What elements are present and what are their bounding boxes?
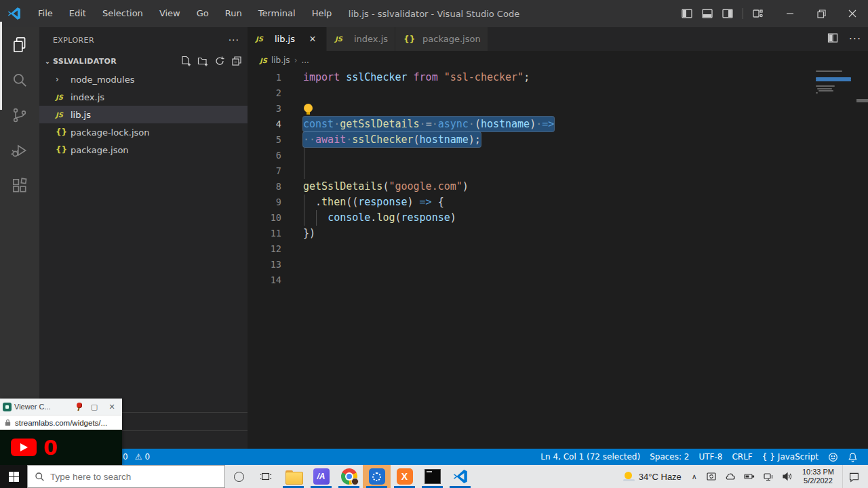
file-row-lib-js[interactable]: JSlib.js <box>39 106 248 123</box>
overlay-url[interactable]: streamlabs.com/widgets/... <box>15 419 107 427</box>
new-folder-icon[interactable] <box>197 56 208 66</box>
lightbulb-icon[interactable] <box>304 104 313 113</box>
tab-package-json[interactable]: {}package.json <box>395 27 488 51</box>
start-button[interactable] <box>0 465 27 488</box>
taskbar-app-xampp[interactable]: X <box>391 465 418 488</box>
file-row-package-json[interactable]: {}package.json <box>39 141 248 159</box>
customize-layout-icon[interactable] <box>753 0 764 27</box>
close-window-button[interactable] <box>837 0 868 27</box>
streamlabs-icon <box>369 468 385 485</box>
code-line-13[interactable] <box>303 257 821 272</box>
overlay-address-bar[interactable]: streamlabs.com/widgets/... <box>0 415 122 430</box>
refresh-icon[interactable] <box>214 56 225 66</box>
action-center-button[interactable] <box>842 465 868 488</box>
eol-setting[interactable]: CRLF <box>727 452 757 462</box>
run-debug-icon[interactable] <box>0 133 39 168</box>
menu-item-view[interactable]: View <box>151 0 189 27</box>
restore-button[interactable] <box>806 0 837 27</box>
cortana-button[interactable] <box>225 465 252 488</box>
code-line-4[interactable]: const·getSslDetails·=·async·(hostname)·=… <box>303 117 821 132</box>
sync-device-icon[interactable] <box>702 471 721 482</box>
code-line-14[interactable] <box>303 272 821 288</box>
file-row-node-modules[interactable]: ›node_modules <box>39 70 248 88</box>
menu-item-go[interactable]: Go <box>189 0 217 27</box>
code-line-6[interactable] <box>303 148 821 163</box>
search-input[interactable] <box>50 472 199 482</box>
notifications-bell-icon[interactable] <box>843 452 863 462</box>
taskbar-app-app-a[interactable]: /A <box>307 465 335 488</box>
js-file-icon: JS <box>56 94 63 101</box>
pin-icon[interactable] <box>75 402 84 411</box>
menu-item-file[interactable]: File <box>30 0 61 27</box>
tray-expand-chevron-icon[interactable]: ∧ <box>687 472 702 481</box>
code-editor[interactable]: 1234567891011121314 import sslChecker fr… <box>248 70 868 449</box>
collapse-folders-icon[interactable] <box>231 56 242 66</box>
toggle-primary-sidebar-icon[interactable] <box>682 0 692 27</box>
tab-index-js[interactable]: JSindex.js <box>327 27 395 51</box>
line-number: 5 <box>248 132 281 148</box>
encoding-setting[interactable]: UTF-8 <box>694 452 727 462</box>
code-line-3[interactable] <box>303 101 821 117</box>
explorer-icon[interactable] <box>0 27 39 62</box>
file-label: package-lock.json <box>71 127 150 138</box>
breadcrumb[interactable]: JS lib.js › ... <box>248 51 868 70</box>
close-tab-icon[interactable]: ✕ <box>306 34 319 44</box>
editor-more-actions-icon[interactable]: ··· <box>849 33 861 45</box>
code-line-1[interactable]: import sslChecker from "ssl-checker"; <box>303 70 821 85</box>
menu-item-edit[interactable]: Edit <box>61 0 94 27</box>
onedrive-cloud-icon[interactable] <box>721 471 740 482</box>
taskbar-app-terminal[interactable] <box>418 465 446 488</box>
code-line-9[interactable]: .then((response) => { <box>303 195 821 210</box>
code-line-11[interactable]: }) <box>303 226 821 241</box>
menu-item-terminal[interactable]: Terminal <box>250 0 304 27</box>
extensions-icon[interactable] <box>0 168 39 203</box>
breadcrumb-file[interactable]: lib.js <box>271 56 290 65</box>
clock[interactable]: 10:33 PM 5/2/2022 <box>797 468 840 485</box>
tab-label: package.json <box>422 34 481 44</box>
taskbar-search[interactable] <box>27 465 225 488</box>
feedback-icon[interactable] <box>823 452 843 462</box>
cursor-position[interactable]: Ln 4, Col 1 (72 selected) <box>536 452 645 462</box>
taskbar-app-chrome[interactable] <box>335 465 363 488</box>
js-file-icon: JS <box>335 35 342 43</box>
code-line-8[interactable]: getSslDetails("google.com") <box>303 179 821 195</box>
activity-bar <box>0 27 39 449</box>
section-chevron-icon[interactable]: ⌄ <box>42 58 53 65</box>
volume-icon[interactable] <box>778 471 797 482</box>
toggle-panel-icon[interactable] <box>702 0 713 27</box>
overlay-close-button[interactable]: ✕ <box>104 403 119 411</box>
menu-item-run[interactable]: Run <box>217 0 250 27</box>
minimap-line <box>818 90 833 92</box>
battery-icon[interactable] <box>740 471 759 482</box>
language-mode[interactable]: { } JavaScript <box>757 452 823 462</box>
file-row-package-lock-json[interactable]: {}package-lock.json <box>39 123 248 141</box>
folder-section-header[interactable]: ⌄ SSLVALIDATOR <box>39 53 248 69</box>
tab-lib-js[interactable]: JSlib.js✕ <box>248 27 327 51</box>
weather-widget[interactable]: 34°C Haze <box>618 472 687 482</box>
code-line-10[interactable]: console.log(response) <box>303 210 821 226</box>
source-control-icon[interactable] <box>0 98 39 133</box>
code-line-2[interactable] <box>303 85 821 101</box>
taskbar-app-file-explorer[interactable] <box>279 465 307 488</box>
new-file-icon[interactable] <box>180 56 191 66</box>
indentation-setting[interactable]: Spaces: 2 <box>645 452 694 462</box>
minimize-button[interactable] <box>774 0 806 27</box>
code-line-7[interactable] <box>303 163 821 179</box>
overlay-title-bar[interactable]: Viewer C... ▢ ✕ <box>0 399 122 415</box>
menu-item-selection[interactable]: Selection <box>94 0 151 27</box>
overlay-maximize-button[interactable]: ▢ <box>87 403 102 411</box>
menu-item-help[interactable]: Help <box>304 0 340 27</box>
explorer-more-actions-icon[interactable]: ··· <box>229 35 239 45</box>
breadcrumb-symbol[interactable]: ... <box>301 56 309 65</box>
task-view-button[interactable] <box>252 465 279 488</box>
network-icon[interactable] <box>759 471 778 482</box>
toggle-secondary-sidebar-icon[interactable] <box>722 0 733 27</box>
split-editor-icon[interactable] <box>827 33 838 46</box>
file-row-index-js[interactable]: JSindex.js <box>39 88 248 106</box>
code-line-12[interactable] <box>303 241 821 257</box>
search-icon[interactable] <box>0 62 39 98</box>
taskbar-app-vscode[interactable] <box>446 465 474 488</box>
line-number-gutter: 1234567891011121314 <box>248 70 281 288</box>
code-line-5[interactable]: ··await·sslChecker(hostname); <box>303 132 821 148</box>
taskbar-app-streamlabs[interactable] <box>363 465 391 488</box>
